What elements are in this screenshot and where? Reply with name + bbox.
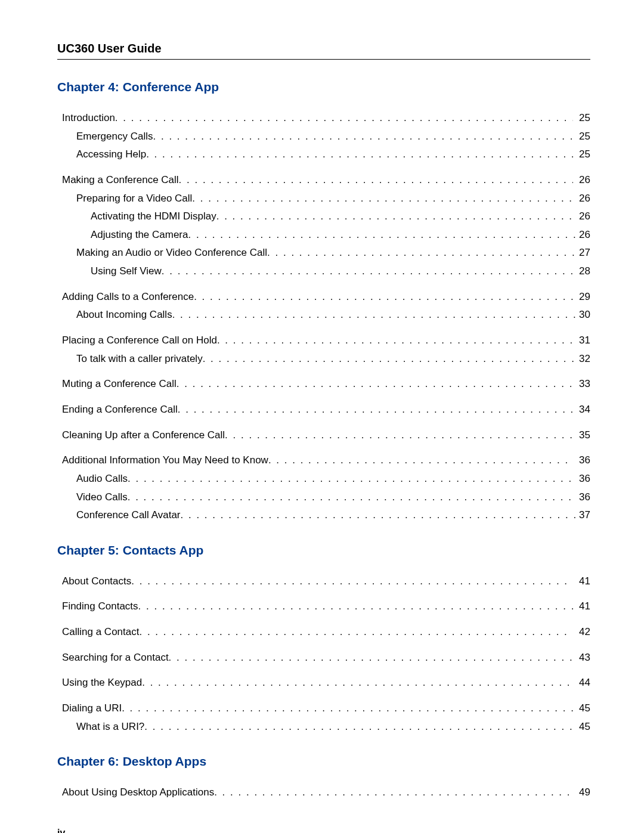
toc-entry: Placing a Conference Call on Hold31 xyxy=(62,333,590,348)
toc-entry: Conference Call Avatar 37 xyxy=(76,508,590,523)
toc-entry: Using Self View 28 xyxy=(91,264,590,279)
toc-entry: Accessing Help 25 xyxy=(76,147,590,162)
table-of-contents: Chapter 4: Conference AppIntroduction25E… xyxy=(57,80,590,800)
toc-entry: What is a URI? 45 xyxy=(76,720,590,735)
toc-entry-page: 36 xyxy=(577,490,590,505)
toc-entry-page: 43 xyxy=(573,651,590,665)
toc-entry-page: 35 xyxy=(573,428,590,443)
toc-entry-title: Preparing for a Video Call xyxy=(76,191,192,206)
toc-entry-page: 34 xyxy=(573,402,590,417)
toc-list: About Using Desktop Applications49 xyxy=(57,785,590,800)
toc-entry: Emergency Calls 25 xyxy=(76,129,590,144)
toc-leader-dots xyxy=(138,599,574,614)
toc-entry-page: 30 xyxy=(577,308,590,323)
toc-entry-title: Using the Keypad xyxy=(62,676,142,690)
toc-entry-page: 41 xyxy=(573,599,590,614)
toc-entry-page: 25 xyxy=(577,147,590,162)
toc-list: About Contacts41Finding Contacts41Callin… xyxy=(57,574,590,734)
toc-leader-dots xyxy=(128,472,577,487)
toc-entry-title: Using Self View xyxy=(91,264,162,279)
toc-entry: Video Calls 36 xyxy=(76,490,590,505)
toc-leader-dots xyxy=(169,651,573,665)
toc-entry: About Using Desktop Applications49 xyxy=(62,785,590,800)
toc-entry-page: 25 xyxy=(577,129,590,144)
toc-leader-dots xyxy=(144,720,577,735)
toc-entry-page: 31 xyxy=(573,333,590,348)
page-header-title: UC360 User Guide xyxy=(57,42,590,55)
toc-entry: Making a Conference Call26 xyxy=(62,173,590,188)
toc-leader-dots xyxy=(122,701,573,716)
toc-leader-dots xyxy=(178,402,573,417)
toc-entry-page: 25 xyxy=(573,111,590,126)
toc-entry-page: 33 xyxy=(573,377,590,392)
toc-entry-page: 26 xyxy=(577,209,590,224)
toc-leader-dots xyxy=(153,129,577,144)
toc-entry-page: 41 xyxy=(573,574,590,589)
toc-entry: Adding Calls to a Conference29 xyxy=(62,290,590,305)
toc-entry: To talk with a caller privately 32 xyxy=(76,352,590,367)
toc-entry-page: 49 xyxy=(573,785,590,800)
toc-entry-title: About Incoming Calls xyxy=(76,308,172,323)
toc-entry-page: 36 xyxy=(577,472,590,487)
toc-leader-dots xyxy=(115,111,573,126)
toc-entry-title: Video Calls xyxy=(76,490,128,505)
toc-leader-dots xyxy=(162,264,577,279)
toc-entry: Preparing for a Video Call 26 xyxy=(76,191,590,206)
toc-leader-dots xyxy=(225,428,573,443)
toc-leader-dots xyxy=(128,490,577,505)
toc-entry-title: Emergency Calls xyxy=(76,129,153,144)
toc-leader-dots xyxy=(172,308,577,323)
toc-entry: Muting a Conference Call33 xyxy=(62,377,590,392)
document-page: UC360 User Guide Chapter 4: Conference A… xyxy=(0,0,644,833)
toc-entry-title: Searching for a Contact xyxy=(62,651,169,665)
toc-entry: Additional Information You May Need to K… xyxy=(62,453,590,468)
toc-entry-page: 45 xyxy=(577,720,590,735)
toc-leader-dots xyxy=(268,453,573,468)
toc-entry-title: Activating the HDMI Display xyxy=(91,209,216,224)
toc-entry-page: 32 xyxy=(577,352,590,367)
toc-entry-title: About Using Desktop Applications xyxy=(62,785,214,800)
toc-entry-page: 26 xyxy=(577,228,590,243)
toc-entry-title: Additional Information You May Need to K… xyxy=(62,453,268,468)
toc-entry-page: 27 xyxy=(577,246,590,261)
toc-entry-title: Audio Calls xyxy=(76,472,128,487)
toc-entry-title: Muting a Conference Call xyxy=(62,377,177,392)
toc-entry-page: 44 xyxy=(573,676,590,690)
toc-entry-title: Finding Contacts xyxy=(62,599,138,614)
toc-entry-title: Conference Call Avatar xyxy=(76,508,181,523)
toc-entry-title: About Contacts xyxy=(62,574,131,589)
toc-entry-title: What is a URI? xyxy=(76,720,144,735)
toc-leader-dots xyxy=(131,574,573,589)
toc-leader-dots xyxy=(142,676,573,690)
toc-leader-dots xyxy=(217,333,573,348)
toc-entry-title: Cleaning Up after a Conference Call xyxy=(62,428,225,443)
toc-entry-title: To talk with a caller privately xyxy=(76,352,203,367)
toc-entry: Finding Contacts41 xyxy=(62,599,590,614)
toc-entry-page: 28 xyxy=(577,264,590,279)
toc-entry: Dialing a URI45 xyxy=(62,701,590,716)
toc-entry-page: 45 xyxy=(573,701,590,716)
chapter-title: Chapter 5: Contacts App xyxy=(57,543,590,558)
toc-leader-dots xyxy=(216,209,577,224)
toc-leader-dots xyxy=(194,290,573,305)
toc-entry-title: Dialing a URI xyxy=(62,701,122,716)
toc-leader-dots xyxy=(181,508,577,523)
toc-leader-dots xyxy=(267,246,577,261)
toc-leader-dots xyxy=(203,352,577,367)
toc-entry: Activating the HDMI Display 26 xyxy=(91,209,590,224)
toc-leader-dots xyxy=(214,785,573,800)
toc-entry-title: Ending a Conference Call xyxy=(62,402,178,417)
toc-leader-dots xyxy=(139,625,573,640)
toc-entry-title: Making an Audio or Video Conference Call xyxy=(76,246,267,261)
toc-entry-page: 26 xyxy=(577,191,590,206)
toc-entry-title: Making a Conference Call xyxy=(62,173,179,188)
toc-entry-page: 26 xyxy=(573,173,590,188)
toc-entry: Making an Audio or Video Conference Call… xyxy=(76,246,590,261)
toc-entry: Ending a Conference Call34 xyxy=(62,402,590,417)
toc-leader-dots xyxy=(179,173,573,188)
toc-entry: Cleaning Up after a Conference Call 35 xyxy=(62,428,590,443)
toc-entry-page: 42 xyxy=(573,625,590,640)
header-rule xyxy=(57,59,590,60)
toc-leader-dots xyxy=(146,147,577,162)
toc-entry-page: 37 xyxy=(577,508,590,523)
